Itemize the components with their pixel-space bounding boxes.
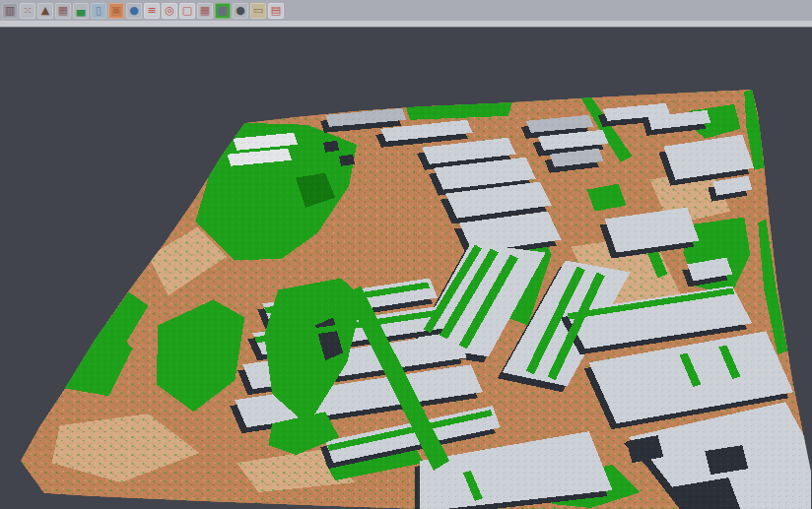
orthomosaic-icon-glyph: ▣: [111, 2, 121, 18]
classification-icon-glyph: ▩: [218, 2, 228, 18]
mesh-icon[interactable]: ▦: [55, 3, 71, 19]
target-icon[interactable]: ◎: [162, 3, 177, 19]
dem-icon-glyph: ▲: [41, 2, 49, 18]
mesh-icon-glyph: ▦: [58, 2, 68, 18]
sphere-icon-glyph: ●: [236, 2, 245, 18]
globe-icon[interactable]: ●: [126, 3, 142, 19]
tie-points-icon-glyph: ⁙: [23, 2, 32, 18]
contour-lines-icon[interactable]: ≡: [144, 3, 160, 19]
flag-icon[interactable]: ▤: [268, 3, 284, 19]
terrain-model-icon[interactable]: ▄: [73, 3, 89, 19]
sphere-icon[interactable]: ●: [233, 3, 248, 19]
classification-icon[interactable]: ▩: [215, 3, 231, 19]
region-select-icon-glyph: ▢: [182, 2, 192, 18]
ruler-icon-glyph: ▭: [253, 2, 263, 18]
photos-icon[interactable]: ▥: [2, 3, 18, 19]
pointcloud-dither: [1, 28, 811, 509]
main-toolbar: ▥⁙▲▦▄▯▣●≡◎▢▦▩●▭▤: [0, 0, 812, 21]
region-select-icon[interactable]: ▢: [179, 3, 195, 19]
tiled-model-icon-glyph: ▯: [96, 2, 102, 18]
tie-points-icon[interactable]: ⁙: [20, 3, 35, 19]
grid-icon-glyph: ▦: [200, 2, 210, 18]
ruler-icon[interactable]: ▭: [250, 3, 266, 19]
grid-icon[interactable]: ▦: [197, 3, 213, 19]
orthomosaic-icon[interactable]: ▣: [108, 3, 124, 19]
photos-icon-glyph: ▥: [5, 2, 15, 18]
terrain-model-icon-glyph: ▄: [77, 2, 85, 18]
dem-icon[interactable]: ▲: [37, 3, 53, 19]
toolbar-edge: [0, 21, 812, 28]
target-icon-glyph: ◎: [165, 2, 174, 18]
contour-lines-icon-glyph: ≡: [147, 2, 156, 18]
flag-icon-glyph: ▤: [271, 2, 281, 18]
3d-viewport[interactable]: [0, 28, 812, 509]
tiled-model-icon[interactable]: ▯: [91, 3, 106, 19]
globe-icon-glyph: ●: [129, 2, 139, 18]
